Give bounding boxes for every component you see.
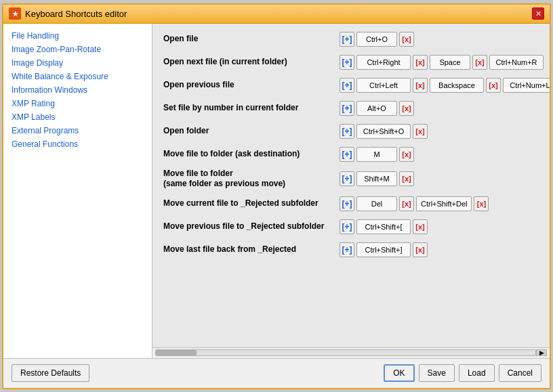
sidebar-item-white-balance-&-exposure[interactable]: White Balance & Exposure [3, 70, 152, 83]
shortcut-row: Open file[+]Ctrl+O[x] [163, 30, 539, 48]
load-button[interactable]: Load [459, 364, 495, 382]
sidebar-item-image-display[interactable]: Image Display [3, 56, 152, 70]
key-badge: Ctrl+Right [356, 55, 411, 70]
remove-shortcut-button[interactable]: [x] [413, 78, 428, 93]
restore-defaults-button[interactable]: Restore Defaults [12, 364, 89, 382]
key-badge: Backspace [430, 78, 484, 93]
key-badge: Ctrl+Num+L [503, 78, 550, 93]
close-button[interactable]: ✕ [532, 7, 544, 20]
add-shortcut-button[interactable]: [+] [340, 196, 354, 211]
ok-button[interactable]: OK [384, 364, 414, 382]
shortcut-label: Open file [163, 34, 340, 45]
add-shortcut-button[interactable]: [+] [340, 124, 354, 139]
shortcut-label: Open next file (in current folder) [163, 57, 340, 68]
remove-shortcut-button[interactable]: [x] [474, 196, 489, 211]
add-shortcut-button[interactable]: [+] [340, 219, 354, 234]
shortcut-row: Move file to folder (ask destination)[+]… [163, 146, 539, 163]
horizontal-scrollbar[interactable]: ▶ [152, 347, 550, 358]
add-shortcut-button[interactable]: [+] [340, 242, 354, 257]
remove-shortcut-button[interactable]: [x] [399, 147, 414, 162]
sidebar-item-external-programs[interactable]: External Programs [3, 124, 152, 137]
add-shortcut-button[interactable]: [+] [340, 101, 354, 116]
add-shortcut-button[interactable]: [+] [340, 171, 354, 186]
main-window: ★ Keyboard Shortcuts editor ✕ File Handl… [2, 3, 551, 389]
add-shortcut-button[interactable]: [+] [340, 78, 354, 93]
cancel-button[interactable]: Cancel [499, 364, 541, 382]
remove-shortcut-button[interactable]: [x] [399, 171, 414, 186]
shortcut-label: Open previous file [163, 80, 340, 91]
shortcut-label: Open folder [163, 126, 340, 137]
sidebar-item-file-handling[interactable]: File Handling [3, 29, 152, 43]
shortcut-controls: [+]Del[x]Ctrl+Shift+Del[x] [340, 196, 489, 211]
remove-shortcut-button[interactable]: [x] [413, 55, 428, 70]
main-panel: Open file[+]Ctrl+O[x]Open next file (in … [152, 24, 550, 358]
key-badge: Space [430, 55, 470, 70]
shortcut-controls: [+]Ctrl+Shift+][x] [340, 242, 428, 257]
shortcut-label: Move last file back from _Rejected [163, 244, 340, 255]
add-shortcut-button[interactable]: [+] [340, 32, 354, 47]
shortcut-controls: [+]M[x] [340, 147, 414, 162]
app-icon: ★ [9, 7, 21, 20]
key-badge: Ctrl+Shift+O [356, 124, 411, 139]
key-badge: Shift+M [356, 171, 397, 186]
scroll-right-arrow[interactable]: ▶ [536, 349, 547, 356]
shortcut-row: Move current file to _Rejected subfolder… [163, 195, 539, 213]
remove-shortcut-button[interactable]: [x] [399, 32, 414, 47]
footer-left: Restore Defaults [12, 364, 89, 382]
shortcut-label: Move file to folder(same folder as previ… [163, 169, 340, 190]
shortcuts-area: Open file[+]Ctrl+O[x]Open next file (in … [152, 24, 550, 347]
key-badge: M [356, 147, 397, 162]
shortcut-controls: [+]Ctrl+Shift+O[x] [340, 124, 428, 139]
footer-right: OK Save Load Cancel [384, 364, 541, 382]
shortcut-label: Set file by number in current folder [163, 103, 340, 114]
sidebar-item-xmp-labels[interactable]: XMP Labels [3, 110, 152, 124]
shortcut-row: Move previous file to _Rejected subfolde… [163, 218, 539, 236]
shortcut-label: Move previous file to _Rejected subfolde… [163, 221, 340, 232]
sidebar-item-xmp-rating[interactable]: XMP Rating [3, 97, 152, 110]
add-shortcut-button[interactable]: [+] [340, 147, 354, 162]
key-badge: Del [356, 196, 397, 211]
shortcut-controls: [+]Ctrl+Right[x]Space[x]Ctrl+Num+R [340, 55, 544, 70]
titlebar-left: ★ Keyboard Shortcuts editor [9, 7, 127, 20]
shortcut-controls: [+]Shift+M[x] [340, 171, 414, 186]
remove-shortcut-button[interactable]: [x] [413, 242, 428, 257]
key-badge: Ctrl+Shift+[ [356, 219, 411, 234]
shortcut-label: Move file to folder (ask destination) [163, 149, 340, 160]
shortcut-controls: [+]Ctrl+Left[x]Backspace[x]Ctrl+Num+L [340, 78, 550, 93]
shortcut-controls: [+]Ctrl+O[x] [340, 32, 414, 47]
key-badge: Ctrl+Shift+Del [416, 196, 472, 211]
shortcut-label: Move current file to _Rejected subfolder [163, 198, 340, 209]
shortcut-row: Open folder[+]Ctrl+Shift+O[x] [163, 123, 539, 140]
remove-shortcut-button[interactable]: [x] [399, 101, 414, 116]
sidebar-item-general-functions[interactable]: General Functions [3, 137, 152, 151]
shortcut-row: Open previous file[+]Ctrl+Left[x]Backspa… [163, 77, 539, 94]
remove-shortcut-button[interactable]: [x] [413, 219, 428, 234]
add-shortcut-button[interactable]: [+] [340, 55, 354, 70]
key-badge: Ctrl+Left [356, 78, 411, 93]
shortcut-row: Set file by number in current folder[+]A… [163, 100, 539, 117]
remove-shortcut-button[interactable]: [x] [486, 78, 501, 93]
sidebar: File HandlingImage Zoom-Pan-RotateImage … [3, 24, 152, 358]
remove-shortcut-button[interactable]: [x] [472, 55, 487, 70]
content-area: File HandlingImage Zoom-Pan-RotateImage … [3, 24, 550, 358]
titlebar: ★ Keyboard Shortcuts editor ✕ [3, 5, 550, 24]
key-badge: Ctrl+Num+R [489, 55, 544, 70]
shortcut-row: Open next file (in current folder)[+]Ctr… [163, 53, 539, 71]
save-button[interactable]: Save [419, 364, 455, 382]
remove-shortcut-button[interactable]: [x] [413, 124, 428, 139]
scrollbar-thumb[interactable] [156, 350, 197, 355]
shortcut-row: Move file to folder(same folder as previ… [163, 169, 539, 190]
shortcut-row: Move last file back from _Rejected[+]Ctr… [163, 241, 539, 259]
shortcut-controls: [+]Ctrl+Shift+[[x] [340, 219, 428, 234]
key-badge: Ctrl+Shift+] [356, 242, 411, 257]
sidebar-item-image-zoom-pan-rotate[interactable]: Image Zoom-Pan-Rotate [3, 43, 152, 56]
sidebar-item-information-windows[interactable]: Information Windows [3, 83, 152, 97]
window-title: Keyboard Shortcuts editor [25, 9, 127, 19]
scrollbar-track[interactable] [155, 349, 536, 356]
key-badge: Alt+O [356, 101, 397, 116]
remove-shortcut-button[interactable]: [x] [399, 196, 414, 211]
key-badge: Ctrl+O [356, 32, 397, 47]
footer: Restore Defaults OK Save Load Cancel [3, 358, 550, 388]
shortcut-controls: [+]Alt+O[x] [340, 101, 414, 116]
